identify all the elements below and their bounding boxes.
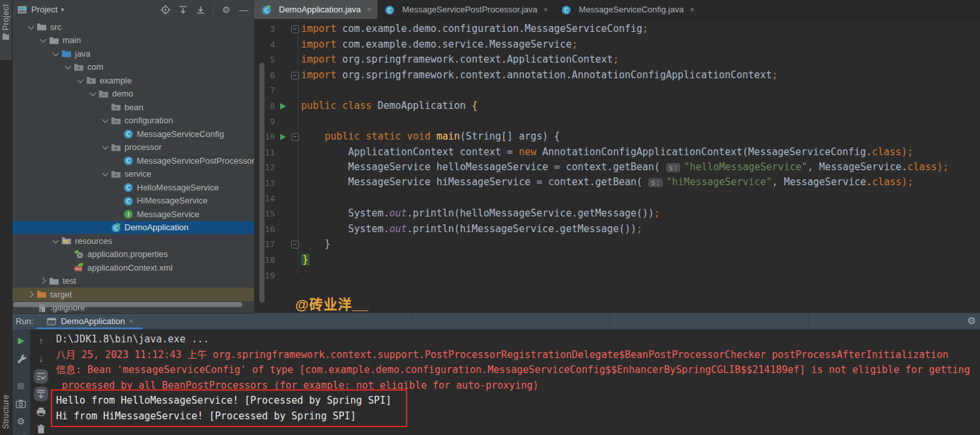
code-line: 3−import com.example.demo.configuration.… [254,22,980,37]
settings-icon[interactable]: ⚙ [221,5,231,15]
up-icon[interactable]: ↑ [36,336,46,346]
tree-item-java[interactable]: java [12,47,254,61]
code-token: MessageService hiMessageService = contex… [301,176,648,188]
chevron-down-icon[interactable] [101,143,109,151]
tree-item-bean[interactable]: bean [12,100,254,114]
run-gutter-icon[interactable] [278,134,289,140]
code-token: System. [301,207,389,219]
locate-icon[interactable] [160,5,171,15]
line-number: 8 [254,98,278,114]
collapse-all-icon[interactable] [195,5,206,15]
tree-item-label: demo [112,89,134,98]
fold-icon[interactable]: − [289,133,301,141]
line-number: 17 [254,237,278,252]
hide-icon[interactable]: — [238,5,249,15]
code-editor[interactable]: 3−import com.example.demo.configuration.… [254,20,980,313]
close-icon[interactable]: × [689,5,695,14]
fold-icon[interactable]: − [289,241,301,248]
structure-tool-tab[interactable]: Structure [0,377,12,429]
printer-icon[interactable] [36,406,46,417]
chevron-right-icon[interactable] [39,277,48,285]
run-arrow-icon [280,134,286,140]
tree-item-resources[interactable]: resources [12,234,254,248]
tree-item-configuration[interactable]: configuration [12,114,254,128]
svg-text:C: C [126,185,130,191]
horizontal-scrollbar[interactable] [13,302,242,307]
tree-item-DemoApplication[interactable]: CDemoApplication [12,221,254,235]
editor-tab-MessageServiceConfig.java[interactable]: CMessageServiceConfig.java× [554,0,700,19]
editor-tab-MessageServicePostProcessor.java[interactable]: CMessageServicePostProcessor.java× [377,0,554,19]
close-icon[interactable]: × [129,317,134,326]
project-tool-tab[interactable]: Project [0,0,12,60]
code-text: } [301,252,310,268]
scrollend-icon[interactable] [36,389,46,399]
tree-item-MessageService[interactable]: IMessageService [12,207,254,221]
tree-item-main[interactable]: main [12,34,254,48]
tree-item-label: example [100,76,132,85]
line-number: 19 [254,268,278,284]
chevron-right-icon[interactable] [27,290,35,299]
tree-item-MessageServicePostProcessor[interactable]: CMessageServicePostProcessor [12,154,254,168]
chevron-down-icon[interactable] [64,63,72,71]
run-gutter-icon[interactable] [278,103,289,110]
tree-item-label: processor [124,142,162,152]
tree-item-applicationContext.xml[interactable]: xmlapplicationContext.xml [12,261,254,275]
tree-item-test[interactable]: test [12,275,254,288]
fold-icon[interactable]: − [289,25,301,33]
line-number: 3 [254,22,278,37]
chevron-down-icon[interactable] [51,237,60,245]
tree-item-processor[interactable]: processor [12,141,254,155]
gear-icon[interactable]: ⚙ [968,315,976,327]
code-token: ; [637,223,642,235]
chevron-down-icon[interactable] [51,50,60,58]
line-number: 10 [254,129,278,145]
code-text: System.out.println(helloMessageService.g… [301,206,660,222]
tree-item-demo[interactable]: demo [12,87,254,101]
tree-item-label: com [87,62,104,72]
code-token: (String[] args) { [460,130,560,142]
code-token: import [301,23,342,35]
project-panel-title: Project [31,5,57,14]
fold-minus-icon: − [291,133,299,141]
code-text: import com.example.demo.configuration.Me… [301,22,648,37]
softwrap-icon[interactable] [36,371,46,382]
fold-icon[interactable]: − [289,72,301,80]
chevron-down-icon[interactable] [76,76,85,85]
chevron-down-icon[interactable] [89,89,97,98]
tree-item-label: test [63,276,76,286]
stop-icon[interactable] [16,381,26,391]
wrench-icon[interactable] [16,353,26,364]
folder-icon [3,35,9,40]
folder-icon [49,276,59,286]
vertical-scrollbar[interactable] [259,63,265,303]
tree-item-src[interactable]: src [12,20,254,34]
trash-icon[interactable] [36,424,46,434]
line-number: 15 [254,206,278,222]
code-token: } [301,254,310,265]
code-token: org.springframework.context.ApplicationC… [342,53,612,65]
chevron-down-icon[interactable] [101,170,109,178]
chevron-down-icon[interactable] [27,23,35,31]
rerun-icon[interactable] [16,336,26,346]
expand-all-icon[interactable] [178,5,188,15]
close-icon[interactable]: × [367,5,372,14]
tree-item-HelloMessageService[interactable]: CHelloMessageService [12,181,254,194]
tree-item-example[interactable]: example [12,74,254,87]
camera-icon[interactable] [16,398,26,409]
tree-item-MessageServiceConfig[interactable]: CMessageServiceConfig [12,127,254,141]
chevron-down-icon[interactable] [39,36,48,44]
close-icon[interactable]: × [543,5,549,14]
chevron-down-icon[interactable]: ▾ [61,6,64,13]
down-icon[interactable]: ↓ [36,353,46,364]
chevron-down-icon[interactable] [101,116,109,125]
editor-tab-DemoApplication.java[interactable]: CDemoApplication.java× [254,0,377,19]
chevron-placeholder [113,130,122,138]
class-run-icon: C [261,5,272,15]
tree-item-service[interactable]: service [12,168,254,181]
tree-item-com[interactable]: com [12,61,254,74]
tree-item-application.properties[interactable]: application.properties [12,248,254,262]
tree-item-HiMessageService[interactable]: CHiMessageService [12,194,254,208]
tree-item-target[interactable]: target [12,288,254,301]
build-icon[interactable]: ⚙ [16,416,26,427]
code-text: import org.springframework.context.annot… [301,68,778,83]
